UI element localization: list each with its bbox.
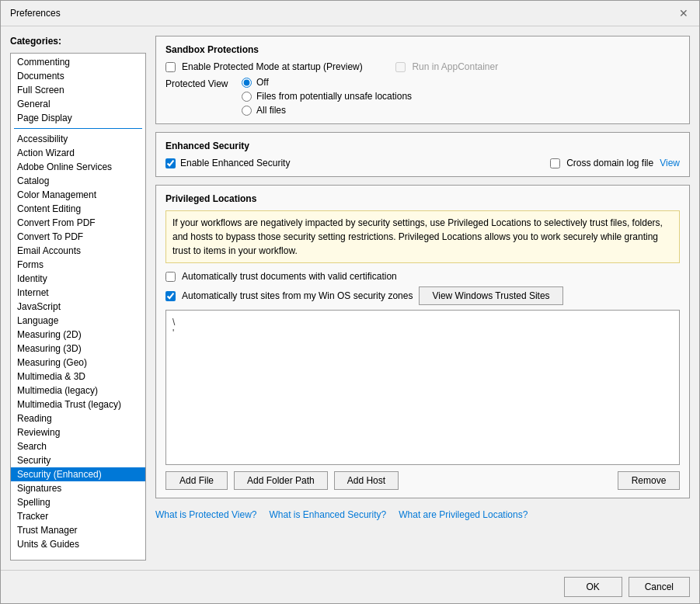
radio-all-row: All files bbox=[242, 105, 412, 116]
sidebar-item-converttopdf[interactable]: Convert To PDF bbox=[11, 230, 145, 244]
protected-view-row: Protected View Off Files from potentiall… bbox=[165, 77, 680, 116]
sidebar-item-multimediatrustlegacy[interactable]: Multimedia Trust (legacy) bbox=[11, 397, 145, 411]
enable-protected-checkbox[interactable] bbox=[165, 62, 176, 72]
enhanced-title: Enhanced Security bbox=[165, 141, 680, 151]
sidebar-item-pagedisplay[interactable]: Page Display bbox=[11, 111, 145, 125]
privileged-title: Privileged Locations bbox=[165, 193, 680, 204]
enhanced-security-row: Enable Enhanced Security Cross domain lo… bbox=[165, 158, 680, 168]
sidebar-item-language[interactable]: Language bbox=[11, 314, 145, 328]
sidebar-item-internet[interactable]: Internet bbox=[11, 286, 145, 300]
sandbox-section: Sandbox Protections Enable Protected Mod… bbox=[155, 36, 690, 124]
enhanced-left: Enable Enhanced Security bbox=[165, 158, 290, 168]
add-host-button[interactable]: Add Host bbox=[334, 471, 399, 490]
sidebar-item-security[interactable]: Security bbox=[11, 453, 145, 467]
radio-group: Off Files from potentially unsafe locati… bbox=[242, 77, 412, 116]
enable-protected-label[interactable]: Enable Protected Mode at startup (Previe… bbox=[182, 61, 363, 72]
categories-label: Categories: bbox=[10, 36, 146, 47]
radio-all[interactable] bbox=[242, 106, 252, 116]
ok-button[interactable]: OK bbox=[564, 577, 622, 597]
dialog-body: Categories: Commenting Documents Full Sc… bbox=[1, 26, 699, 570]
dialog-footer: OK Cancel bbox=[1, 570, 699, 603]
radio-unsafe-label[interactable]: Files from potentially unsafe locations bbox=[256, 91, 412, 102]
sidebar-item-general[interactable]: General bbox=[11, 97, 145, 111]
auto-trust-cert-checkbox[interactable] bbox=[165, 272, 176, 282]
auto-trust-sites-label[interactable]: Automatically trust sites from my Win OS… bbox=[182, 290, 413, 301]
sidebar-item-spelling[interactable]: Spelling bbox=[11, 495, 145, 509]
sidebar-item-tracker[interactable]: Tracker bbox=[11, 509, 145, 523]
sandbox-title: Sandbox Protections bbox=[165, 44, 680, 55]
radio-all-label[interactable]: All files bbox=[256, 105, 286, 116]
title-bar: Preferences ✕ bbox=[1, 1, 699, 26]
sidebar-item-documents[interactable]: Documents bbox=[11, 69, 145, 83]
enhanced-security-help-link[interactable]: What is Enhanced Security? bbox=[270, 509, 387, 520]
radio-unsafe-row: Files from potentially unsafe locations bbox=[242, 91, 412, 102]
privileged-description: If your workflows are negatively impacte… bbox=[165, 210, 680, 263]
sidebar-item-emailaccounts[interactable]: Email Accounts bbox=[11, 244, 145, 258]
remove-button[interactable]: Remove bbox=[618, 471, 680, 490]
sidebar-item-measuring3d[interactable]: Measuring (3D) bbox=[11, 342, 145, 356]
sidebar-item-multimedia3d[interactable]: Multimedia & 3D bbox=[11, 370, 145, 384]
auto-trust-cert-label[interactable]: Automatically trust documents with valid… bbox=[182, 271, 397, 282]
sidebar-item-multimedialegacy[interactable]: Multimedia (legacy) bbox=[11, 384, 145, 397]
privileged-locations-help-link[interactable]: What are Privileged Locations? bbox=[399, 509, 528, 520]
sidebar-item-measuring2d[interactable]: Measuring (2D) bbox=[11, 328, 145, 342]
sidebar-item-reviewing[interactable]: Reviewing bbox=[11, 425, 145, 439]
sidebar: Categories: Commenting Documents Full Sc… bbox=[10, 36, 146, 561]
sidebar-item-contentediting[interactable]: Content Editing bbox=[11, 202, 145, 216]
dialog-title: Preferences bbox=[10, 8, 61, 19]
radio-off[interactable] bbox=[242, 78, 252, 88]
sidebar-item-javascript[interactable]: JavaScript bbox=[11, 300, 145, 314]
radio-unsafe[interactable] bbox=[242, 92, 252, 102]
radio-off-row: Off bbox=[242, 77, 412, 88]
close-button[interactable]: ✕ bbox=[677, 7, 690, 19]
sidebar-item-adobeonlineservices[interactable]: Adobe Online Services bbox=[11, 160, 145, 174]
privileged-section: Privileged Locations If your workflows a… bbox=[155, 185, 690, 498]
sidebar-item-actionwizard[interactable]: Action Wizard bbox=[11, 146, 145, 160]
cross-domain-checkbox[interactable] bbox=[550, 158, 560, 168]
auto-trust-sites-checkbox[interactable] bbox=[165, 291, 176, 301]
sidebar-item-colormanagement[interactable]: Color Management bbox=[11, 188, 145, 202]
enhanced-right: Cross domain log file View bbox=[550, 158, 680, 168]
sidebar-item-accessibility[interactable]: Accessibility bbox=[11, 132, 145, 146]
auto-trust-cert-row: Automatically trust documents with valid… bbox=[165, 271, 680, 282]
sidebar-item-unitsguides[interactable]: Units & Guides bbox=[11, 537, 145, 551]
sidebar-item-securityenhanced[interactable]: Security (Enhanced) bbox=[11, 467, 145, 481]
sidebar-item-trustmanager[interactable]: Trust Manager bbox=[11, 523, 145, 537]
enhanced-section: Enhanced Security Enable Enhanced Securi… bbox=[155, 132, 690, 177]
auto-trust-sites-row: Automatically trust sites from my Win OS… bbox=[165, 286, 680, 305]
sidebar-list: Commenting Documents Full Screen General… bbox=[10, 53, 146, 561]
view-link[interactable]: View bbox=[660, 158, 680, 168]
protected-view-help-link[interactable]: What is Protected View? bbox=[155, 509, 257, 520]
sidebar-divider bbox=[14, 128, 142, 129]
sidebar-item-commenting[interactable]: Commenting bbox=[11, 55, 145, 69]
add-folder-path-button[interactable]: Add Folder Path bbox=[234, 471, 328, 490]
sidebar-item-convertfrompdf[interactable]: Convert From PDF bbox=[11, 216, 145, 230]
main-content: Sandbox Protections Enable Protected Mod… bbox=[155, 36, 690, 561]
enable-protected-row: Enable Protected Mode at startup (Previe… bbox=[165, 61, 680, 72]
sidebar-item-fullscreen[interactable]: Full Screen bbox=[11, 83, 145, 97]
cancel-button[interactable]: Cancel bbox=[629, 577, 690, 597]
sidebar-item-reading[interactable]: Reading bbox=[11, 411, 145, 425]
cross-domain-label[interactable]: Cross domain log file bbox=[566, 158, 653, 168]
privileged-button-row: Add File Add Folder Path Add Host Remove bbox=[165, 471, 680, 490]
view-windows-trusted-button[interactable]: View Windows Trusted Sites bbox=[419, 286, 562, 305]
bottom-links: What is Protected View? What is Enhanced… bbox=[155, 506, 690, 523]
sidebar-item-signatures[interactable]: Signatures bbox=[11, 481, 145, 495]
preferences-dialog: Preferences ✕ Categories: Commenting Doc… bbox=[0, 0, 700, 604]
sidebar-item-catalog[interactable]: Catalog bbox=[11, 174, 145, 188]
run-in-container-checkbox[interactable] bbox=[395, 62, 406, 72]
enable-enhanced-label[interactable]: Enable Enhanced Security bbox=[180, 158, 290, 168]
sidebar-item-forms[interactable]: Forms bbox=[11, 258, 145, 272]
radio-off-label[interactable]: Off bbox=[256, 77, 269, 88]
privileged-locations-textarea[interactable]: \' bbox=[165, 310, 680, 465]
enable-enhanced-checkbox[interactable] bbox=[165, 158, 176, 168]
run-in-container-label: Run in AppContainer bbox=[412, 61, 498, 72]
sidebar-item-search[interactable]: Search bbox=[11, 439, 145, 453]
protected-view-label: Protected View bbox=[165, 78, 235, 89]
sidebar-item-measuringgeo[interactable]: Measuring (Geo) bbox=[11, 356, 145, 370]
sidebar-item-identity[interactable]: Identity bbox=[11, 272, 145, 286]
add-file-button[interactable]: Add File bbox=[165, 471, 228, 490]
